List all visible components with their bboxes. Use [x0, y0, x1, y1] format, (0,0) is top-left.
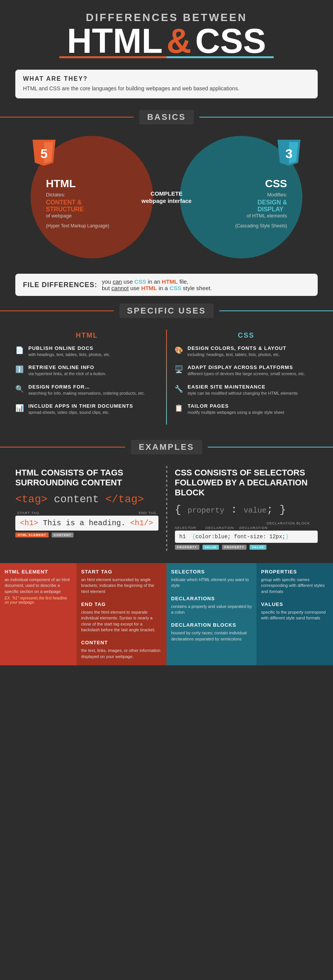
use-item: ℹ️ RETRIEVE ONLINE INFO via hypertext li…	[15, 364, 158, 377]
specific-css-col: CSS 🎨 DESIGN COLORS, FONTS & LAYOUT incl…	[167, 326, 325, 428]
specific-uses-section-header: SPECIFIC USES	[0, 304, 333, 318]
use-desc: different types of devices like large sc…	[188, 371, 305, 377]
tags-word: TAGS	[100, 468, 123, 477]
glossary-props-values: PROPERTIES group with specific names cor…	[256, 563, 333, 666]
glossary-term-content: CONTENT	[81, 640, 162, 645]
venn-html-fullname: (Hyper Text Markup Language)	[46, 223, 109, 229]
venn-html-title: HTML	[46, 178, 76, 190]
use-desc: modify multiple webpages using a single …	[188, 410, 284, 415]
colon: :	[224, 504, 243, 516]
use-desc: via hypertext links, at the click of a b…	[28, 371, 106, 377]
tag-example-code: <h1> This is a heading. <h1/>	[20, 519, 154, 528]
glossary-html-element: HTML ELEMENT an individual component of …	[0, 563, 77, 666]
apps-icon: 📊	[15, 404, 24, 412]
use-desc: spread-sheets, video clips, sound clips,…	[28, 410, 133, 415]
glossary-term-html-element: HTML ELEMENT	[5, 569, 72, 575]
monitor-icon: 🖥️	[175, 365, 184, 374]
file-diff-label: FILE DIFFERENCES:	[23, 281, 97, 289]
specific-line-right	[219, 310, 333, 311]
header-main: HTML & CSS	[8, 24, 325, 58]
use-content: RETRIEVE ONLINE INFO via hypertext links…	[28, 364, 106, 377]
property-word: property	[188, 506, 224, 515]
specific-line-left	[0, 310, 114, 311]
basics-line-left	[0, 117, 134, 118]
declaration-word: DECLARATION BLOCK	[175, 478, 308, 497]
venn-css-fullname: (Cascading Style Sheets)	[235, 223, 287, 229]
semicolon: ; }	[267, 504, 286, 516]
venn-center-text: COMPLETE webpage interface	[140, 190, 193, 205]
glossary-term-values: VALUES	[261, 601, 328, 607]
svg-text:5: 5	[41, 146, 48, 161]
venn-html-sub: of webpage	[46, 213, 72, 219]
examples-line-right	[208, 447, 333, 448]
basics-section-header: BASICS	[0, 110, 333, 124]
css-underline	[166, 56, 274, 58]
specific-css-title: CSS	[175, 332, 318, 340]
glossary-css-terms: SELECTORS indicate which HTML element yo…	[166, 563, 256, 666]
search-icon: 🔍	[15, 385, 24, 393]
decl-label-2: DECLARATION	[239, 526, 268, 530]
html-code-example: <tag> content </tag>	[15, 493, 158, 505]
doc-icon: 📄	[15, 346, 24, 354]
html5-icon: 5	[33, 140, 56, 163]
examples-css-col: CSS CONSISTS OF SELECTORS FOLLOWED BY A …	[167, 462, 326, 555]
use-desc: style can be modified without changing t…	[188, 390, 298, 396]
css-label: CSS	[195, 24, 266, 58]
css-badges-row: PROPERTY VALUE PROPERTY VALUE	[175, 545, 318, 550]
specific-html-col: HTML 📄 PUBLISH ONLINE DOCS with headings…	[8, 326, 166, 428]
use-title: DESIGN COLORS, FONTS & LAYOUT	[188, 345, 286, 351]
glossary-def-start-tag: an html element surrounded by angle brac…	[81, 577, 162, 595]
examples-label: EXAMPLES	[131, 440, 202, 454]
venn-html-dictates: Dictates:	[46, 192, 65, 198]
value-word: value	[244, 506, 267, 515]
use-title: INCLUDE APPS IN THEIR DOCUMENTS	[28, 403, 133, 409]
use-title: PUBLISH ONLINE DOCS	[28, 345, 111, 351]
css-decl-close: }	[286, 534, 289, 540]
glossary-term-start-tag: START TAG	[81, 569, 162, 575]
html-element-badge: HTML ELEMENT	[15, 532, 49, 537]
use-item: 🔧 EASIER SITE MAINTENANCE style can be m…	[175, 384, 318, 396]
amp-label: &	[166, 24, 191, 58]
use-content: DESIGN FORMS FOR… searching for info, ma…	[28, 384, 145, 396]
selectors-word: SELECTORS	[254, 468, 305, 477]
examples-html-col: HTML CONSISTS OF TAGSSURROUNDING CONTENT…	[8, 462, 166, 555]
use-content: INCLUDE APPS IN THEIR DOCUMENTS spread-s…	[28, 403, 133, 415]
use-title: EASIER SITE MAINTENANCE	[188, 384, 298, 390]
what-title: WHAT ARE THEY?	[23, 75, 310, 82]
html-word: HTML	[15, 468, 39, 477]
venn-diagram: 5 HTML Dictates: CONTENT &STRUCTURE of w…	[11, 132, 322, 262]
glossary-term-decl-blocks: DECLARATION BLOCKS	[171, 622, 252, 628]
css3-icon: 3	[278, 140, 300, 163]
css-decl-open: {	[192, 534, 195, 540]
specific-columns: HTML 📄 PUBLISH ONLINE DOCS with headings…	[8, 326, 325, 428]
property-badge-2: PROPERTY	[222, 545, 246, 550]
glossary-def-declarations: contains a property and value separated …	[171, 604, 252, 616]
glossary-example-html-element: EX. "h1" represents the first headline o…	[5, 596, 72, 604]
examples-section-header: EXAMPLES	[0, 440, 333, 454]
use-content: ADAPT DISPLAY ACROSS PLATFORMS different…	[188, 364, 305, 377]
end-tag-label: END TAG	[139, 511, 156, 515]
specific-html-title: HTML	[15, 332, 158, 340]
basics-section: 5 HTML Dictates: CONTENT &STRUCTURE of w…	[0, 132, 333, 270]
tag-badges-row: HTML ELEMENT CONTENT	[15, 532, 158, 537]
what-are-they-box: WHAT ARE THEY? HTML and CSS are the core…	[15, 70, 318, 98]
h1-close-tag: <h1/>	[130, 519, 153, 528]
wrench-icon: 🔧	[175, 385, 184, 393]
glossary-section: HTML ELEMENT an individual component of …	[0, 563, 333, 666]
glossary-term-selectors: SELECTORS	[171, 569, 252, 575]
use-item: 📊 INCLUDE APPS IN THEIR DOCUMENTS spread…	[15, 403, 158, 415]
html-label: HTML	[67, 24, 163, 58]
file-differences-box: FILE DIFFERENCES: you can use CSS in an …	[15, 274, 318, 296]
css-word: CSS	[175, 468, 192, 477]
tag-labels-row: START TAG END TAG	[15, 511, 158, 515]
value-badge-1: VALUE	[202, 545, 219, 550]
header-underlines	[8, 56, 325, 58]
glossary-def-decl-blocks: housed by curly races; contain individua…	[171, 630, 252, 642]
examples-css-title: CSS CONSISTS OF SELECTORS FOLLOWED BY A …	[175, 468, 318, 498]
declaration-block-label: DECLARATION BLOCK	[267, 521, 310, 525]
what-text: HTML and CSS are the core languages for …	[23, 85, 310, 93]
glossary-term-end-tag: END TAG	[81, 601, 162, 607]
info-icon: ℹ️	[15, 365, 24, 374]
glossary-term-properties: PROPERTIES	[261, 569, 328, 575]
palette-icon: 🎨	[175, 346, 184, 354]
